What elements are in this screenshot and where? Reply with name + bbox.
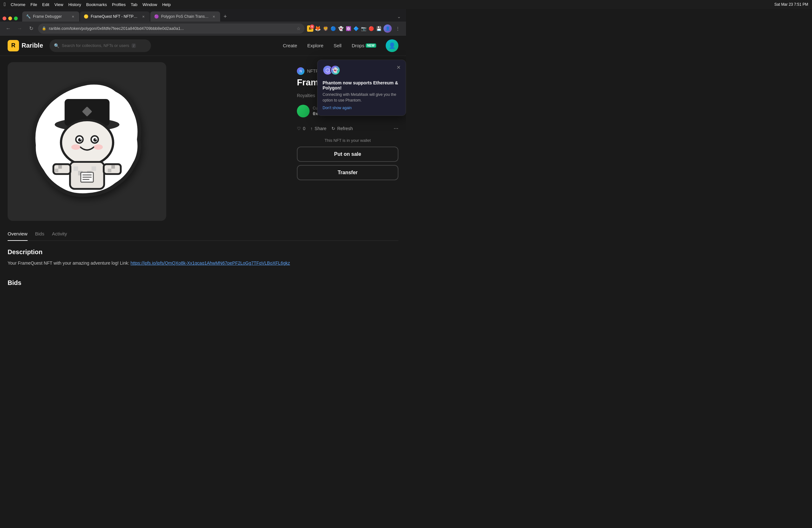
- tab-2-close[interactable]: ✕: [141, 14, 146, 19]
- menu-file[interactable]: File: [30, 2, 37, 7]
- bookmark-star-icon[interactable]: ☆: [296, 26, 301, 31]
- svg-point-8: [80, 138, 81, 139]
- content-tabs: Overview Bids Activity: [8, 227, 398, 241]
- browser-tab-3[interactable]: 🟣 Polygon PoS Chain Transacti... ✕: [150, 11, 220, 22]
- refresh-icon: ↻: [332, 126, 335, 131]
- extension-phantom[interactable]: 👻: [337, 25, 344, 32]
- refresh-label: Refresh: [337, 126, 353, 131]
- extension-more-1[interactable]: 🔷: [353, 25, 359, 32]
- owner-avatar: [297, 105, 309, 117]
- toolbar-actions: R 5 🦊 🦁 🔵 👻 ⚛️ 🔷 📷 🔴 💾 👤 ⋮: [307, 24, 402, 33]
- description-section: Description Your FrameQuest NFT with you…: [8, 248, 398, 274]
- drops-badge: Drops NEW: [352, 43, 376, 48]
- menu-history[interactable]: History: [68, 2, 81, 7]
- main-content: ⬡ 👻 ✕ Phantom now supports Ethereum & Po…: [0, 56, 406, 227]
- phantom-icons: ⬡ 👻: [322, 65, 340, 75]
- menu-tab[interactable]: Tab: [131, 2, 137, 7]
- tab-overview[interactable]: Overview: [8, 227, 28, 241]
- tab-bids[interactable]: Bids: [35, 227, 44, 241]
- back-button[interactable]: ←: [4, 24, 13, 33]
- extension-brave[interactable]: 🦁: [322, 25, 329, 32]
- rarible-navbar: R Rarible 🔍 Search for collections, NFTs…: [0, 35, 406, 56]
- browser-tab-1[interactable]: 🔧 Frame Debugger ✕: [22, 11, 79, 22]
- new-badge: NEW: [366, 43, 376, 47]
- svg-rect-22: [111, 165, 115, 169]
- browser-tab-2[interactable]: 🟡 FrameQuest NFT - NFTPort.x ✕: [80, 11, 150, 22]
- window-maximize-btn[interactable]: [14, 16, 18, 20]
- extension-metamask[interactable]: 🦊: [315, 25, 321, 32]
- search-placeholder: Search for collections, NFTs or users: [62, 43, 129, 48]
- extension-rarible[interactable]: R 5: [307, 25, 314, 32]
- share-label: Share: [315, 126, 327, 131]
- share-button[interactable]: ↑ Share: [310, 126, 327, 131]
- window-minimize-btn[interactable]: [8, 16, 12, 20]
- svg-point-3: [61, 120, 113, 165]
- phantom-dismiss-button[interactable]: Don't show again: [322, 106, 352, 110]
- like-button[interactable]: ♡ 0: [297, 126, 305, 131]
- heart-icon: ♡: [297, 126, 301, 131]
- like-count: 0: [303, 126, 305, 131]
- extension-more-2[interactable]: 🔴: [368, 25, 374, 32]
- connect-wallet-button[interactable]: 👤: [386, 39, 398, 52]
- url-text: rarible.com/token/polygon/0x6fdfe7feec20…: [49, 26, 294, 31]
- extension-react[interactable]: ⚛️: [345, 25, 351, 32]
- bids-title: Bids: [8, 279, 398, 287]
- reload-button[interactable]: ↻: [27, 24, 35, 33]
- transfer-button[interactable]: Transfer: [297, 165, 398, 180]
- tab-bar: 🔧 Frame Debugger ✕ 🟡 FrameQuest NFT - NF…: [0, 9, 406, 22]
- tab-overflow-button[interactable]: ⌄: [395, 12, 404, 21]
- svg-rect-20: [58, 165, 61, 169]
- phantom-icon-phantom: 👻: [330, 65, 340, 75]
- extension-coinbase[interactable]: 🔵: [330, 25, 336, 32]
- extension-screenshot[interactable]: 📷: [360, 25, 367, 32]
- put-on-sale-button[interactable]: Put on sale: [297, 147, 398, 162]
- wallet-notice: This NFT is in your wallet: [297, 138, 398, 143]
- chrome-menu-button[interactable]: ⋮: [393, 24, 402, 33]
- more-options-button[interactable]: ···: [394, 125, 398, 132]
- description-link[interactable]: https://ipfs.io/ipfs/QmQXo8k-Xx1qcaq1Ahw…: [131, 260, 290, 266]
- tab-3-favicon: 🟣: [154, 14, 159, 19]
- search-bar[interactable]: 🔍 Search for collections, NFTs or users …: [49, 39, 151, 52]
- nav-sell[interactable]: Sell: [329, 40, 346, 51]
- nft-image-container: [8, 62, 166, 221]
- browser-toolbar: ← → ↻ 🔒 rarible.com/token/polygon/0x6fdf…: [0, 22, 406, 35]
- address-bar[interactable]: 🔒 rarible.com/token/polygon/0x6fdfe7feec…: [38, 24, 304, 34]
- svg-rect-21: [107, 169, 111, 172]
- description-prefix: Your FrameQuest NFT with your amazing ad…: [8, 260, 131, 266]
- menu-edit[interactable]: Edit: [42, 2, 49, 7]
- apple-icon[interactable]: : [4, 2, 6, 7]
- phantom-popup-text: Connecting with MetaMask will give you t…: [322, 92, 401, 103]
- tab-3-close[interactable]: ✕: [211, 14, 216, 19]
- menu-help[interactable]: Help: [162, 2, 171, 7]
- nft-details-section: ⬡ 👻 ✕ Phantom now supports Ethereum & Po…: [292, 56, 406, 227]
- phantom-header: ⬡ 👻 ✕: [322, 65, 401, 78]
- new-tab-button[interactable]: +: [221, 12, 230, 21]
- nft-character-image: [20, 74, 155, 209]
- nav-drops[interactable]: Drops NEW: [347, 40, 381, 51]
- extension-save[interactable]: 💾: [376, 25, 382, 32]
- share-icon: ↑: [310, 126, 313, 131]
- rarible-logo[interactable]: R Rarible: [8, 40, 43, 52]
- phantom-notification-popup: ⬡ 👻 ✕ Phantom now supports Ethereum & Po…: [317, 60, 406, 116]
- profile-button[interactable]: 👤: [383, 24, 392, 33]
- tab-1-close[interactable]: ✕: [70, 14, 75, 19]
- phantom-close-button[interactable]: ✕: [396, 65, 401, 70]
- menu-window[interactable]: Window: [142, 2, 157, 7]
- search-icon: 🔍: [54, 43, 59, 48]
- collection-avatar: N: [297, 67, 304, 75]
- lock-icon: 🔒: [42, 26, 46, 30]
- window-close-btn[interactable]: [2, 16, 6, 20]
- forward-button[interactable]: →: [15, 24, 24, 33]
- tab-activity[interactable]: Activity: [52, 227, 67, 241]
- menu-chrome[interactable]: Chrome: [11, 2, 25, 7]
- macos-menubar:  Chrome File Edit View History Bookmark…: [0, 0, 406, 9]
- menu-view[interactable]: View: [54, 2, 63, 7]
- refresh-button[interactable]: ↻ Refresh: [332, 126, 353, 131]
- nav-create[interactable]: Create: [278, 40, 302, 51]
- menu-profiles[interactable]: Profiles: [112, 2, 126, 7]
- nav-explore[interactable]: Explore: [303, 40, 328, 51]
- tab-3-title: Polygon PoS Chain Transacti...: [161, 14, 209, 19]
- menu-bookmarks[interactable]: Bookmarks: [86, 2, 107, 7]
- browser-frame: 🔧 Frame Debugger ✕ 🟡 FrameQuest NFT - NF…: [0, 9, 406, 287]
- bottom-section: Overview Bids Activity Description Your …: [0, 227, 406, 287]
